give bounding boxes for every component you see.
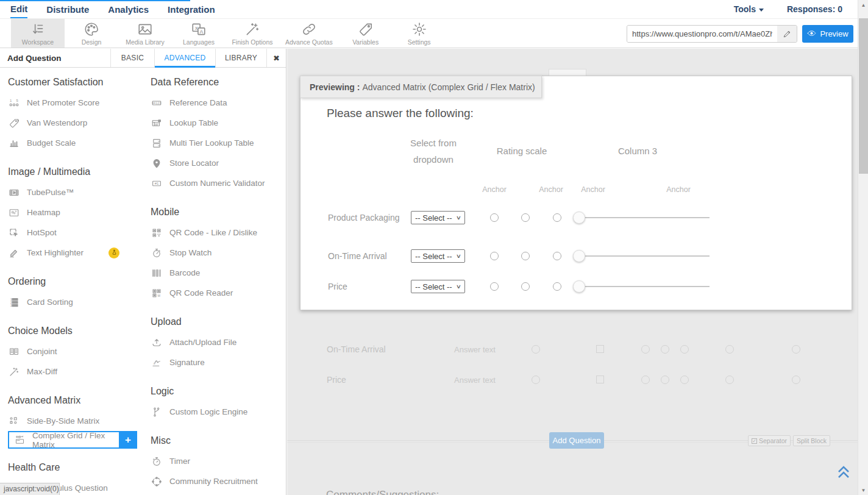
editor-radio[interactable] xyxy=(661,345,669,354)
slider-handle[interactable] xyxy=(573,250,585,262)
toolbar-item-advance-quotas[interactable]: Advance Quotas xyxy=(279,19,339,48)
preview-button[interactable]: Preview xyxy=(802,25,853,43)
question-type-qr-code-like-dislike[interactable]: QR Code - Like / Dislike xyxy=(151,223,280,243)
toolbar-item-workspace[interactable]: Workspace xyxy=(11,19,65,48)
editor-radio[interactable] xyxy=(725,345,734,354)
edit-url-pencil-icon[interactable] xyxy=(777,26,797,42)
scrollbar-down-arrow-icon[interactable]: ▼ xyxy=(858,485,868,495)
question-group: MobileQR Code - Like / DislikeStop Watch… xyxy=(151,205,285,303)
question-type-complex-grid-flex-matrix[interactable]: Complex Grid / Flex Matrix+ xyxy=(8,431,137,449)
question-type-barcode[interactable]: Barcode xyxy=(151,263,280,283)
slider-handle[interactable] xyxy=(573,212,585,224)
responses-count[interactable]: Responses: 0 xyxy=(787,4,842,14)
close-icon[interactable]: ✖ xyxy=(266,49,286,67)
scrollbar-thumb[interactable] xyxy=(859,18,868,174)
editor-radio[interactable] xyxy=(680,376,689,384)
toolbar-item-media-library[interactable]: Media Library xyxy=(118,19,172,48)
tab-basic[interactable]: BASIC xyxy=(110,49,154,67)
editor-radio[interactable] xyxy=(532,376,540,384)
question-type-side-by-side-matrix[interactable]: Side-By-Side Matrix xyxy=(8,411,137,431)
image-icon xyxy=(137,21,153,37)
slider-track[interactable] xyxy=(579,286,710,287)
question-type-text-highlighter[interactable]: Text Highlighter xyxy=(8,243,137,263)
chevron-down-icon: ∨ xyxy=(456,215,461,221)
question-type-hotspot[interactable]: HotSpot xyxy=(8,223,137,243)
question-type-signature[interactable]: xSignature xyxy=(151,352,280,372)
split-block-button[interactable]: Split Block xyxy=(793,435,830,446)
slider-track[interactable] xyxy=(579,217,710,218)
toolbar-item-design[interactable]: Design xyxy=(65,19,118,48)
toolbar-item-variables[interactable]: Variables xyxy=(339,19,393,48)
nav-item-integration[interactable]: Integration xyxy=(168,0,215,18)
nav-item-edit[interactable]: Edit xyxy=(10,0,27,18)
editor-radio[interactable] xyxy=(792,345,800,354)
question-type-custom-numeric-validator[interactable]: #1Custom Numeric Validator xyxy=(151,173,280,193)
scrollbar-up-arrow-icon[interactable]: ▲ xyxy=(858,0,868,10)
tab-advanced[interactable]: ADVANCED xyxy=(154,49,215,67)
matrix-row-label: Price xyxy=(328,271,400,302)
qr-reader-icon: M xyxy=(151,288,162,299)
page-scrollbar[interactable]: ▲ ▼ xyxy=(858,0,868,495)
rating-radio[interactable] xyxy=(521,252,530,260)
question-type-reference-data[interactable]: 94123Reference Data xyxy=(151,93,280,113)
question-type-lookup-table[interactable]: Lookup Table xyxy=(151,113,280,133)
question-type-tubepulse[interactable]: TubePulse™ xyxy=(8,182,137,202)
question-type-store-locator[interactable]: Store Locator xyxy=(151,153,280,173)
rating-radio[interactable] xyxy=(490,213,499,222)
question-type-qr-code-reader[interactable]: MQR Code Reader xyxy=(151,283,280,303)
tab-library[interactable]: LIBRARY xyxy=(215,49,266,67)
toolbar-item-finish-options[interactable]: Finish Options xyxy=(226,19,279,48)
toolbar-item-languages[interactable]: xALanguages xyxy=(172,19,226,48)
matrix-select-dropdown[interactable]: -- Select --∨ xyxy=(411,211,465,224)
question-type-label: Reference Data xyxy=(169,98,227,107)
question-type-budget-scale[interactable]: Budget Scale xyxy=(8,133,137,153)
caret-down-icon xyxy=(759,9,764,12)
question-type-stop-watch[interactable]: Stop Watch xyxy=(151,243,280,263)
matrix-select-dropdown[interactable]: -- Select --∨ xyxy=(411,280,465,293)
anchor-label: Anchor xyxy=(539,185,563,194)
question-type-label: Attach/Upload File xyxy=(169,338,237,347)
question-type-net-promoter-score[interactable]: 15Net Promoter Score xyxy=(8,93,137,113)
question-type-multi-tier-lookup-table[interactable]: Multi Tier Lookup Table xyxy=(151,133,280,153)
question-type-card-sorting[interactable]: 123Card Sorting xyxy=(8,292,137,312)
editor-radio[interactable] xyxy=(661,376,669,384)
palette-icon xyxy=(84,21,99,37)
separator-toggle-button[interactable]: ✓Separator xyxy=(748,435,791,446)
add-question-type-button[interactable]: + xyxy=(119,431,137,449)
editor-checkbox[interactable] xyxy=(596,376,604,383)
question-type-attach-upload-file[interactable]: Attach/Upload File xyxy=(151,332,280,352)
question-type-label: Lookup Table xyxy=(169,118,218,127)
question-type-custom-logic-engine[interactable]: Custom Logic Engine xyxy=(151,402,280,422)
editor-radio[interactable] xyxy=(532,345,540,354)
question-type-timer[interactable]: Timer xyxy=(151,451,280,471)
rating-radio[interactable] xyxy=(553,252,561,260)
nav-item-distribute[interactable]: Distribute xyxy=(46,0,89,18)
question-type-heatmap[interactable]: Heatmap xyxy=(8,202,137,223)
editor-radio[interactable] xyxy=(680,345,689,354)
map-pin-icon xyxy=(151,158,162,169)
question-type-conjoint[interactable]: Conjoint xyxy=(8,341,137,361)
editor-radio[interactable] xyxy=(641,376,650,384)
scroll-to-top-icon[interactable] xyxy=(836,465,851,483)
slider-handle[interactable] xyxy=(573,280,585,293)
survey-url-input[interactable] xyxy=(627,26,777,42)
editor-checkbox[interactable] xyxy=(596,345,604,353)
slider-track[interactable] xyxy=(579,255,710,257)
toolbar-item-settings[interactable]: Settings xyxy=(393,19,446,48)
rating-radio[interactable] xyxy=(553,213,561,222)
rating-radio[interactable] xyxy=(553,282,561,291)
matrix-select-dropdown[interactable]: -- Select --∨ xyxy=(411,249,465,263)
question-type-community-recruitment[interactable]: Community Recruitment xyxy=(151,471,280,491)
editor-radio[interactable] xyxy=(725,376,734,384)
rating-radio[interactable] xyxy=(490,282,499,291)
rating-radio[interactable] xyxy=(490,252,499,260)
question-type-van-westendorp[interactable]: Van Westendorp xyxy=(8,113,137,133)
editor-radio[interactable] xyxy=(792,376,800,384)
rating-radio[interactable] xyxy=(521,282,530,291)
nav-item-analytics[interactable]: Analytics xyxy=(108,0,149,18)
editor-radio[interactable] xyxy=(641,345,650,354)
rating-radio[interactable] xyxy=(521,213,530,222)
add-question-button[interactable]: Add Question xyxy=(549,432,604,449)
tools-menu[interactable]: Tools xyxy=(734,4,764,14)
question-type-max-diff[interactable]: Max-Diff xyxy=(8,361,137,382)
